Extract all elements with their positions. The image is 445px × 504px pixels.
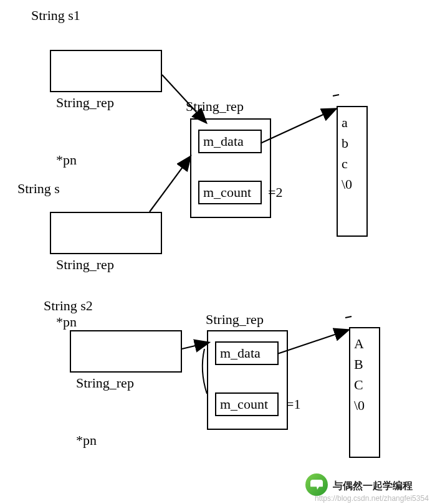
s1-pointer-box: String_rep *pn — [50, 50, 162, 92]
ptr-type: String_rep — [56, 93, 156, 113]
ptr-name: *pn — [56, 313, 156, 332]
m-data-box-top: m_data — [198, 130, 262, 153]
m-data-box-bottom: m_data — [215, 341, 279, 365]
m-count-value-top: =2 — [268, 184, 282, 201]
m-count-label: m_count — [203, 184, 251, 200]
label-string-s: String s — [17, 181, 60, 197]
data-block-bottom: A B C \0 — [349, 327, 380, 458]
wechat-icon — [305, 473, 328, 496]
rep-curve-mark — [203, 349, 207, 394]
ptr-name: *pn — [76, 431, 176, 450]
s2-pointer-box: String_rep *pn — [70, 330, 182, 373]
tick-top — [333, 95, 339, 96]
ptr-type: String_rep — [56, 255, 156, 275]
s-pointer-box: String_rep *pn — [50, 212, 162, 254]
label-string-rep-bottom: String_rep — [206, 311, 264, 328]
arrow-mdata-to-data-top — [261, 109, 335, 143]
data-block-top: a b c \0 — [337, 106, 368, 237]
watermark-text: 与偶然一起学编程 — [333, 480, 413, 493]
tick-bottom — [345, 316, 352, 318]
ptr-name: *pn — [56, 151, 156, 170]
watermark-sub: https://blog.csdn.net/zhangfei5354 — [315, 494, 429, 503]
m-count-box-bottom: m_count — [215, 392, 279, 416]
label-string-s1: String s1 — [31, 7, 80, 24]
label-string-s2: String s2 — [44, 298, 93, 314]
m-count-value-bottom: =1 — [286, 396, 300, 412]
arrow-s2-to-rep — [182, 343, 208, 349]
m-data-label: m_data — [220, 345, 261, 361]
m-count-label: m_count — [220, 396, 268, 412]
m-data-label: m_data — [203, 133, 244, 149]
m-count-box-top: m_count — [198, 181, 262, 204]
label-string-rep-top: String_rep — [186, 98, 244, 115]
ptr-type: String_rep — [76, 374, 176, 393]
